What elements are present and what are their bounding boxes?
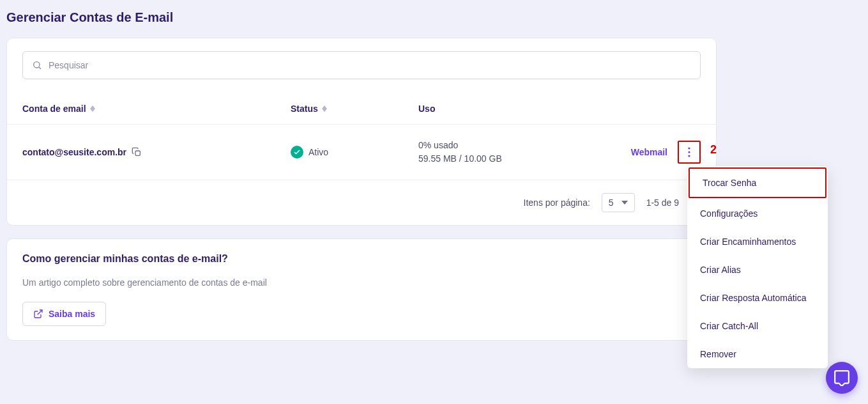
col-header-usage: Uso: [418, 104, 605, 114]
dropdown-item-autoresponse[interactable]: Criar Resposta Automática: [687, 284, 828, 312]
col-header-status-label: Status: [291, 104, 318, 114]
learn-more-button[interactable]: Saiba mais: [22, 302, 106, 326]
email-cell: contato@seusite.com.br: [22, 147, 291, 157]
webmail-link[interactable]: Webmail: [631, 147, 667, 157]
svg-point-4: [688, 151, 690, 153]
per-page-value: 5: [609, 198, 614, 208]
svg-point-5: [688, 155, 690, 157]
email-address: contato@seusite.com.br: [22, 147, 126, 157]
chat-button[interactable]: [826, 362, 858, 394]
svg-point-0: [34, 62, 40, 68]
help-desc: Um artigo completo sobre gerenciamento d…: [22, 277, 701, 288]
learn-more-label: Saiba mais: [49, 309, 95, 319]
svg-point-3: [688, 147, 690, 149]
more-options-button[interactable]: [678, 141, 701, 164]
svg-rect-2: [135, 151, 140, 155]
usage-percent: 0% usado: [418, 139, 605, 152]
chevron-down-icon: [621, 201, 628, 205]
search-icon: [32, 60, 42, 70]
page-title: Gerenciar Contas de E-mail: [0, 0, 868, 38]
col-header-email[interactable]: Conta de email: [22, 104, 291, 114]
pagination: Itens por página: 5 1-5 de 9: [7, 180, 716, 225]
svg-line-1: [39, 67, 41, 69]
table-row: contato@seusite.com.br Ativo 0% usado 59…: [7, 124, 716, 180]
table-header: Conta de email Status Uso: [7, 86, 716, 124]
search-wrap: [7, 38, 716, 86]
actions-cell: Webmail: [605, 141, 701, 164]
search-input[interactable]: [49, 60, 691, 70]
dropdown-item-forwarding[interactable]: Criar Encaminhamentos: [687, 228, 828, 256]
external-link-icon: [33, 309, 43, 319]
svg-line-6: [38, 310, 42, 315]
annotation-2: 2: [710, 143, 717, 157]
options-dropdown: Trocar Senha Configurações Criar Encamin…: [687, 166, 828, 368]
dropdown-item-remove[interactable]: Remover: [687, 340, 828, 368]
status-cell: Ativo: [291, 146, 418, 159]
status-label: Ativo: [308, 147, 328, 157]
dropdown-item-catchall[interactable]: Criar Catch-All: [687, 312, 828, 340]
chat-icon: [834, 369, 850, 386]
per-page-label: Itens por página:: [524, 198, 590, 208]
usage-size: 59.55 MB / 10.00 GB: [418, 152, 605, 166]
col-header-email-label: Conta de email: [22, 104, 86, 114]
sort-icon: [322, 105, 327, 112]
search-box[interactable]: [22, 51, 701, 79]
sort-icon: [90, 105, 95, 112]
dropdown-item-change-password[interactable]: Trocar Senha: [689, 167, 826, 198]
page-range: 1-5 de 9: [646, 198, 679, 208]
per-page-select[interactable]: 5: [602, 193, 635, 212]
check-icon: [291, 146, 303, 159]
help-title: Como gerenciar minhas contas de e-mail?: [22, 253, 701, 265]
kebab-icon: [688, 147, 690, 157]
col-header-actions: [605, 104, 701, 114]
copy-icon[interactable]: [132, 147, 142, 157]
help-card: Como gerenciar minhas contas de e-mail? …: [6, 238, 717, 341]
dropdown-item-settings[interactable]: Configurações: [687, 199, 828, 228]
accounts-card: Conta de email Status Uso contato@seusit…: [6, 38, 717, 226]
dropdown-item-alias[interactable]: Criar Alias: [687, 256, 828, 284]
usage-cell: 0% usado 59.55 MB / 10.00 GB: [418, 139, 605, 166]
col-header-status[interactable]: Status: [291, 104, 418, 114]
